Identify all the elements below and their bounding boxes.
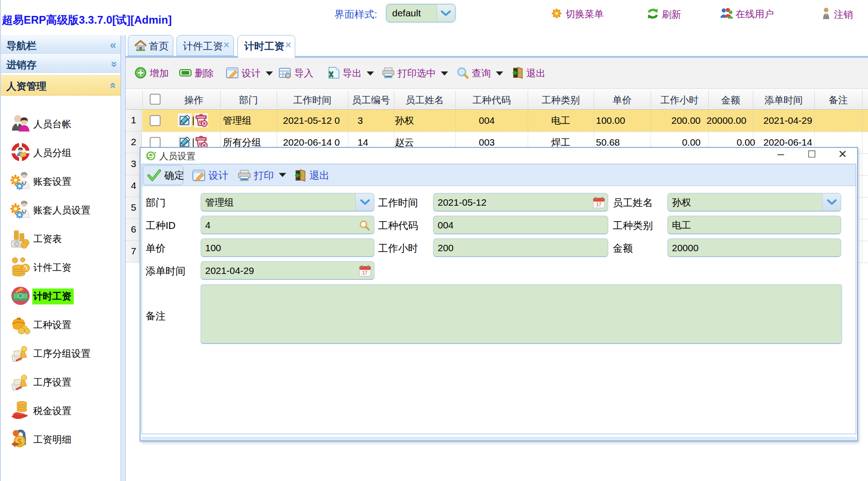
- svg-text:17: 17: [362, 270, 368, 275]
- svg-text:17: 17: [596, 202, 601, 207]
